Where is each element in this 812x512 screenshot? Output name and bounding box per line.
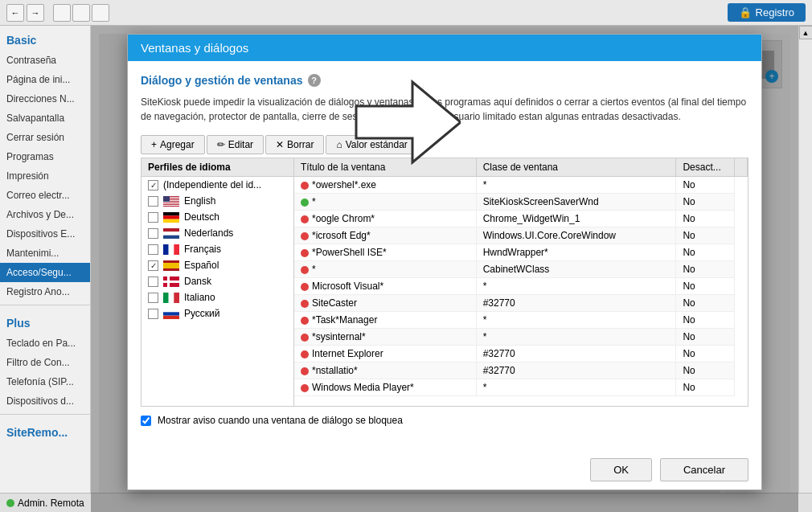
col-scrollbar xyxy=(735,158,748,177)
window-table-container: Título de la ventana Clase de ventana De… xyxy=(294,158,748,406)
lang-item-french[interactable]: Français xyxy=(141,241,293,257)
top-bar: ← → 🔒 Registro xyxy=(0,0,812,26)
svg-rect-23 xyxy=(169,293,174,303)
content-area: + Ventanas y diálogos Diálogo y gestión … xyxy=(91,26,798,512)
lang-item-independent[interactable]: ✓ (Independiente del id... xyxy=(141,177,293,193)
back-button[interactable]: ← xyxy=(6,4,24,22)
red-dot xyxy=(301,317,309,325)
table-row[interactable]: *owershel*.exe*No xyxy=(294,177,748,194)
flag-it xyxy=(163,293,179,303)
toolbar-icon-3[interactable] xyxy=(92,4,109,22)
sidebar-item-registro[interactable]: Registro Ano... xyxy=(0,282,90,301)
toolbar-icon-1[interactable] xyxy=(53,4,71,22)
lang-checkbox-dutch[interactable] xyxy=(148,228,158,239)
lang-checkbox-independent[interactable]: ✓ xyxy=(148,180,158,190)
red-dot xyxy=(301,249,309,257)
sidebar-item-correo[interactable]: Correo electr... xyxy=(0,186,90,205)
sidebar-item-dispositivos2[interactable]: Dispositivos d... xyxy=(0,391,90,411)
sidebar-siteremote-title: SiteRemo... xyxy=(0,418,90,443)
sidebar-item-archivos[interactable]: Archivos y De... xyxy=(0,205,90,224)
lang-item-english[interactable]: English xyxy=(141,193,293,209)
red-dot xyxy=(301,367,309,375)
modal-header: Ventanas y diálogos xyxy=(128,35,761,61)
svg-rect-27 xyxy=(163,315,179,318)
toolbar-icon-2[interactable] xyxy=(72,4,90,22)
lang-item-dutch[interactable]: Nederlands xyxy=(141,225,293,241)
lang-checkbox-english[interactable] xyxy=(148,196,158,207)
flag-ru xyxy=(163,309,179,319)
sidebar-item-programas[interactable]: Programas xyxy=(0,147,90,166)
table-row[interactable]: *CabinetWClassNo xyxy=(294,261,748,278)
svg-rect-10 xyxy=(163,219,179,222)
sidebar-item-acceso[interactable]: Acceso/Segu... xyxy=(0,263,90,282)
status-dot xyxy=(6,499,14,507)
red-dot xyxy=(301,300,309,308)
svg-rect-8 xyxy=(163,212,179,215)
lang-checkbox-spanish[interactable]: ✓ xyxy=(148,260,158,271)
edit-icon: ✏ xyxy=(217,139,225,150)
registro-icon: 🔒 xyxy=(739,6,752,18)
table-row[interactable]: *PowerShell ISE*HwndWrapper*No xyxy=(294,244,748,261)
col-disabled: Desact... xyxy=(676,158,735,177)
default-button[interactable]: ⌂ Valor estándar xyxy=(326,135,417,154)
scroll-up-button[interactable]: ▲ xyxy=(799,26,813,39)
lang-checkbox-deutsch[interactable] xyxy=(148,212,158,223)
sidebar-item-contrasena[interactable]: Contraseña xyxy=(0,51,90,70)
sidebar-item-cerrar[interactable]: Cerrar sesión xyxy=(0,128,90,147)
lang-checkbox-french[interactable] xyxy=(148,244,158,255)
svg-rect-21 xyxy=(163,281,179,283)
lang-item-deutsch[interactable]: Deutsch xyxy=(141,209,293,225)
forward-button[interactable]: → xyxy=(27,4,44,22)
svg-rect-6 xyxy=(163,205,179,206)
table-row[interactable]: *Task*Manager*No xyxy=(294,312,748,329)
svg-rect-26 xyxy=(163,312,179,315)
lang-checkbox-russian[interactable] xyxy=(148,309,158,319)
show-warning-label[interactable]: Mostrar aviso cuando una ventana de diál… xyxy=(158,415,403,426)
flag-dk xyxy=(163,276,179,287)
svg-rect-22 xyxy=(163,293,169,303)
add-button[interactable]: + Agregar xyxy=(141,135,205,154)
lang-item-spanish[interactable]: ✓ Español xyxy=(141,257,293,273)
lang-item-danish[interactable]: Dansk xyxy=(141,273,293,289)
table-row[interactable]: *nstallatio*#32770No xyxy=(294,362,748,379)
col-class: Clase de ventana xyxy=(476,158,676,177)
modal-overlay: Ventanas y diálogos Diálogo y gestión de… xyxy=(91,26,798,512)
show-warning-checkbox[interactable] xyxy=(141,416,151,426)
table-row[interactable]: *sysinternal**No xyxy=(294,329,748,346)
table-row[interactable]: Windows Media Player**No xyxy=(294,379,748,396)
lang-item-russian[interactable]: Русский xyxy=(141,305,293,322)
content-split: Perfiles de idioma ✓ (Independiente del … xyxy=(141,158,748,407)
table-row[interactable]: SiteCaster#32770No xyxy=(294,295,748,312)
sidebar-item-pagina[interactable]: Página de ini... xyxy=(0,70,90,89)
flag-fr xyxy=(163,244,179,255)
table-row[interactable]: Internet Explorer#32770No xyxy=(294,346,748,362)
sidebar-item-mantenimiento[interactable]: Mantenimi... xyxy=(0,244,90,263)
table-row[interactable]: Microsoft Visual**No xyxy=(294,278,748,295)
table-row[interactable]: *SiteKioskScreenSaverWndNo xyxy=(294,194,748,211)
svg-rect-13 xyxy=(163,235,179,238)
lang-checkbox-italian[interactable] xyxy=(148,293,158,303)
modal-dialog: Ventanas y diálogos Diálogo y gestión de… xyxy=(127,34,762,490)
lang-checkbox-danish[interactable] xyxy=(148,276,158,287)
edit-button[interactable]: ✏ Editar xyxy=(207,135,264,154)
home-icon: ⌂ xyxy=(336,139,342,150)
sidebar-item-impresion[interactable]: Impresión xyxy=(0,166,90,186)
sidebar-item-salvapantalla[interactable]: Salvapantalla xyxy=(0,109,90,128)
table-row[interactable]: *icrosoft Edg*Windows.UI.Core.CoreWindow… xyxy=(294,227,748,244)
lang-panel-header: Perfiles de idioma xyxy=(141,158,293,177)
registro-button[interactable]: 🔒 Registro xyxy=(728,3,806,22)
sidebar-item-dispositivos[interactable]: Dispositivos E... xyxy=(0,224,90,244)
delete-button[interactable]: ✕ Borrar xyxy=(265,135,324,154)
sidebar-item-telefonia[interactable]: Telefonía (SIP... xyxy=(0,372,90,391)
sidebar-item-direcciones[interactable]: Direcciones N... xyxy=(0,89,90,109)
sidebar-item-teclado[interactable]: Teclado en Pa... xyxy=(0,334,90,353)
sidebar-item-filtro[interactable]: Filtro de Con... xyxy=(0,353,90,372)
flag-us xyxy=(163,196,179,207)
main-scrollbar: ▲ ▼ xyxy=(798,26,812,512)
ok-button[interactable]: OK xyxy=(590,458,652,481)
lang-item-italian[interactable]: Italiano xyxy=(141,289,293,305)
table-row[interactable]: *oogle Chrom*Chrome_WidgetWin_1No xyxy=(294,211,748,227)
svg-rect-12 xyxy=(163,231,179,235)
help-icon[interactable]: ? xyxy=(308,74,321,87)
cancel-button[interactable]: Cancelar xyxy=(660,458,748,481)
